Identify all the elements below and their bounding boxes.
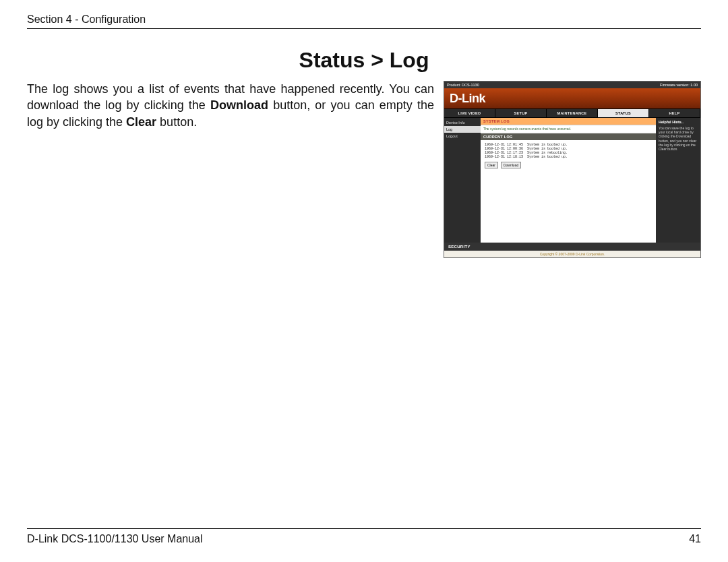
- product-label: Product: DCS-1130: [447, 83, 479, 87]
- main-panel: SYSTEM LOG The system log records camera…: [481, 118, 656, 243]
- body-bold-clear: Clear: [126, 115, 156, 129]
- help-panel: Helpful Hints.. You can save the log to …: [656, 118, 700, 243]
- panel-system-log: SYSTEM LOG: [481, 118, 656, 125]
- help-title: Helpful Hints..: [659, 120, 698, 125]
- body-part3: button.: [156, 115, 197, 129]
- firmware-label: Firmware version: 1.00: [660, 83, 698, 87]
- main-tabs: LIVE VIDEO SETUP MAINTENANCE STATUS HELP: [444, 108, 700, 118]
- copyright-line: Copyright © 2007-2009 D-Link Corporation…: [444, 251, 700, 257]
- panel-description: The system log records camera events tha…: [481, 125, 656, 133]
- tab-live-video[interactable]: LIVE VIDEO: [444, 109, 495, 117]
- clear-button[interactable]: Clear: [485, 162, 498, 168]
- help-body: You can save the log to your local hard …: [659, 126, 698, 152]
- brand-logo: D-Link: [450, 92, 485, 106]
- sidebar-item-log[interactable]: Log: [444, 126, 481, 133]
- footer-left: D-Link DCS-1100/1130 User Manual: [27, 533, 203, 545]
- page-title: Status > Log: [27, 48, 701, 73]
- panel-current-log: CURRENT LOG: [481, 133, 656, 140]
- security-bar: SECURITY: [444, 243, 700, 251]
- section-header: Section 4 - Configuration: [27, 13, 701, 29]
- tab-help[interactable]: HELP: [649, 109, 700, 117]
- sidebar-item-logout[interactable]: Logout: [444, 133, 481, 139]
- tab-maintenance[interactable]: MAINTENANCE: [547, 109, 598, 117]
- sidebar-item-device-info[interactable]: Device Info: [444, 119, 481, 126]
- tab-setup[interactable]: SETUP: [495, 109, 547, 117]
- router-screenshot: Product: DCS-1130 Firmware version: 1.00…: [444, 81, 701, 258]
- brand-bar: D-Link: [444, 88, 700, 108]
- tab-status[interactable]: STATUS: [598, 109, 649, 117]
- log-line: 1969-12-31 12:18:13 System is booted up.: [485, 155, 652, 159]
- page-number: 41: [689, 533, 701, 545]
- sidebar: Device Info Log Logout: [444, 118, 481, 243]
- log-output: 1969-12-31 12:01:45 System is booted up.…: [481, 140, 656, 243]
- body-bold-download: Download: [210, 98, 268, 112]
- body-paragraph: The log shows you a list of events that …: [27, 81, 434, 130]
- download-button[interactable]: Download: [501, 162, 521, 168]
